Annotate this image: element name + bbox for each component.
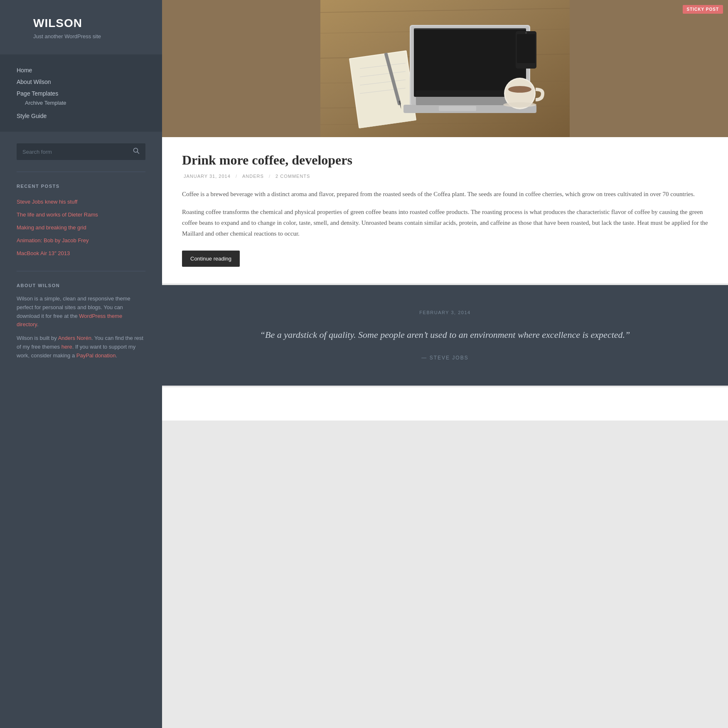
site-title: WILSON — [17, 17, 145, 30]
post-title: Drink more coffee, developers — [182, 152, 708, 168]
nav-container: Home About Wilson Page Templates Archive… — [0, 54, 162, 132]
search-button[interactable] — [127, 143, 145, 160]
nav-submenu: Archive Template — [17, 97, 145, 108]
recent-post-link-5[interactable]: MacBook Air 13″ 2013 — [17, 250, 70, 256]
nav-link-home[interactable]: Home — [17, 67, 32, 74]
post-image-container: STICKY POST — [162, 0, 728, 137]
post-excerpt-1: Coffee is a brewed beverage with a disti… — [182, 189, 708, 199]
site-branding: WILSON Just another WordPress site — [0, 17, 162, 39]
nav-item-style-guide: Style Guide — [17, 110, 145, 122]
post-image-svg — [162, 0, 728, 137]
post-author: ANDERS — [242, 174, 264, 179]
nav-item-about: About Wilson — [17, 76, 145, 88]
post-featured-image — [162, 0, 728, 137]
sidebar: WILSON Just another WordPress site Home … — [0, 0, 162, 728]
sticky-post-card: STICKY POST Drink more coffee, developer… — [162, 0, 728, 283]
post-excerpt-2: Roasting coffee transforms the chemical … — [182, 207, 708, 239]
svg-rect-11 — [350, 51, 416, 128]
quote-date: FEBRUARY 3, 2014 — [195, 310, 695, 315]
post-date: JANUARY 31, 2014 — [184, 174, 231, 179]
recent-posts-list: Steve Jobs knew his stuff The life and w… — [17, 195, 145, 259]
post-content: Drink more coffee, developers JANUARY 31… — [162, 137, 728, 283]
nav-item-page-templates: Page Templates Archive Template — [17, 88, 145, 110]
svg-point-27 — [525, 32, 527, 34]
continue-reading-button[interactable]: Continue reading — [182, 251, 240, 267]
about-wilson-heading: ABOUT WILSON — [17, 283, 145, 288]
svg-line-1 — [138, 152, 139, 154]
list-item: Animation: Bob by Jacob Frey — [17, 234, 145, 247]
post-meta: JANUARY 31, 2014 / ANDERS / 2 COMMENTS — [182, 174, 708, 179]
nav-link-about[interactable]: About Wilson — [17, 79, 51, 85]
recent-post-link-1[interactable]: Steve Jobs knew his stuff — [17, 199, 77, 205]
nav-link-style-guide[interactable]: Style Guide — [17, 113, 47, 119]
recent-post-link-3[interactable]: Making and breaking the grid — [17, 224, 86, 231]
post-comments: 2 COMMENTS — [275, 174, 310, 179]
svg-rect-21 — [414, 28, 526, 30]
about-wilson-section: ABOUT WILSON Wilson is a simple, clean a… — [0, 271, 162, 372]
themes-link[interactable]: here — [61, 344, 72, 350]
list-item: MacBook Air 13″ 2013 — [17, 247, 145, 259]
svg-rect-26 — [517, 34, 535, 63]
search-icon — [133, 148, 140, 154]
meta-separator-1: / — [236, 174, 239, 179]
nav-subitem-archive: Archive Template — [25, 97, 145, 108]
nav-link-archive[interactable]: Archive Template — [25, 100, 66, 106]
list-item: Making and breaking the grid — [17, 221, 145, 234]
svg-point-31 — [503, 102, 536, 107]
third-post-card — [162, 387, 728, 421]
recent-post-link-2[interactable]: The life and works of Dieter Rams — [17, 212, 98, 218]
quote-text: “Be a yardstick of quality. Some people … — [195, 327, 695, 342]
paypal-link[interactable]: PayPal donation — [76, 352, 116, 359]
sticky-badge: STICKY POST — [683, 5, 723, 14]
nav-link-page-templates[interactable]: Page Templates — [17, 90, 58, 97]
search-input[interactable] — [17, 145, 127, 159]
post-title-link[interactable]: Drink more coffee, developers — [182, 152, 352, 167]
list-item: Steve Jobs knew his stuff — [17, 195, 145, 208]
svg-rect-23 — [439, 106, 476, 111]
search-section — [0, 132, 162, 172]
site-tagline: Just another WordPress site — [17, 33, 145, 39]
quote-post-card: FEBRUARY 3, 2014 “Be a yardstick of qual… — [162, 285, 728, 385]
svg-point-30 — [508, 86, 531, 93]
primary-nav: Home About Wilson Page Templates Archive… — [17, 64, 145, 122]
about-text-2: Wilson is built by Anders Norén. You can… — [17, 334, 145, 360]
list-item: The life and works of Dieter Rams — [17, 208, 145, 221]
quote-author: — STEVE JOBS — [195, 355, 695, 361]
recent-post-link-4[interactable]: Animation: Bob by Jacob Frey — [17, 237, 89, 243]
search-form — [17, 143, 145, 160]
nav-item-home: Home — [17, 64, 145, 76]
nav-menu: Home About Wilson Page Templates Archive… — [17, 64, 145, 122]
recent-posts-section: RECENT POSTS Steve Jobs knew his stuff T… — [0, 172, 162, 271]
about-text-1: Wilson is a simple, clean and responsive… — [17, 295, 145, 329]
meta-separator-2: / — [269, 174, 272, 179]
main-content: STICKY POST Drink more coffee, developer… — [162, 0, 728, 728]
recent-posts-heading: RECENT POSTS — [17, 184, 145, 189]
anders-link[interactable]: Anders Norén — [58, 335, 91, 341]
